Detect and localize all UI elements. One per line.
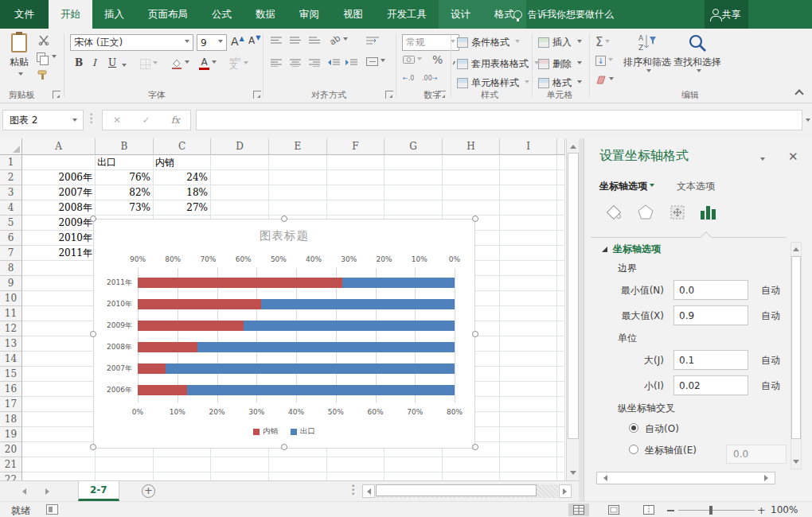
ribbon-tab-文件[interactable]: 文件 <box>0 0 49 29</box>
radio-automatic[interactable] <box>629 423 638 433</box>
insert-function-button[interactable]: fx <box>171 115 180 126</box>
select-all-corner[interactable] <box>0 138 22 155</box>
ribbon-tab-数据[interactable]: 数据 <box>244 0 287 29</box>
row-header-10[interactable]: 10 <box>0 291 22 306</box>
delete-cells-button[interactable]: 删除 <box>538 57 582 71</box>
column-header-H[interactable]: H <box>443 138 500 155</box>
row-header-8[interactable]: 8 <box>0 261 22 276</box>
legend-item-内销[interactable]: 内销 <box>253 426 278 437</box>
row-header-20[interactable]: 20 <box>0 442 22 457</box>
row-header-19[interactable]: 19 <box>0 427 22 442</box>
underline-button[interactable]: U <box>108 57 116 68</box>
new-sheet-button[interactable]: + <box>142 484 155 498</box>
font-color-button[interactable]: A <box>199 56 217 70</box>
row-header-12[interactable]: 12 <box>0 321 22 336</box>
zoom-slider-track[interactable] <box>678 510 755 511</box>
underline-dropdown-icon[interactable] <box>122 64 127 69</box>
sort-filter-button[interactable]: AZ 排序和筛选 <box>627 33 667 75</box>
cancel-formula-icon[interactable]: ✕ <box>113 115 121 126</box>
enter-formula-icon[interactable]: ✓ <box>142 115 150 126</box>
bar-domestic-2008年[interactable] <box>138 342 197 352</box>
effects-category-icon[interactable] <box>634 199 658 226</box>
format-cells-button[interactable]: 格式 <box>538 76 582 90</box>
grow-font-button[interactable]: A▲ <box>231 35 244 48</box>
expand-formula-bar-icon[interactable] <box>806 119 810 124</box>
name-box[interactable]: 图表 2 <box>2 110 84 130</box>
axis-value-input[interactable] <box>726 445 787 464</box>
share-button[interactable]: 共享 <box>705 0 748 29</box>
zoom-out-button[interactable] <box>667 510 674 511</box>
row-header-17[interactable]: 17 <box>0 397 22 412</box>
axis-bottom-label[interactable]: 70% <box>402 407 427 417</box>
horizontal-scroll-thumb[interactable] <box>376 484 537 496</box>
axis-options-category-icon[interactable] <box>696 199 720 226</box>
fill-button[interactable]: ↓ <box>595 56 613 66</box>
formula-bar-drag-handle[interactable]: ••• <box>89 113 92 127</box>
category-label-2009年[interactable]: 2009年 <box>94 321 132 330</box>
accounting-format-button[interactable] <box>403 55 422 64</box>
axis-bottom-label[interactable]: 30% <box>244 407 269 417</box>
bold-button[interactable]: B <box>75 57 83 68</box>
field-input-大(J)[interactable] <box>673 350 748 370</box>
horizontal-scrollbar[interactable] <box>376 484 558 498</box>
h-scroll-right-button[interactable] <box>559 484 572 498</box>
chart-handle-bottom-left[interactable] <box>90 444 96 450</box>
grid-cell-A5[interactable]: 2009年 <box>24 216 92 231</box>
chart-handle-bottom-right[interactable] <box>472 444 478 450</box>
grid-cell-B3[interactable]: 82% <box>97 185 150 200</box>
row-header-7[interactable]: 7 <box>0 246 22 261</box>
pane-close-icon[interactable]: ✕ <box>788 150 798 164</box>
row-header-9[interactable]: 9 <box>0 276 22 291</box>
align-middle-button[interactable] <box>290 37 301 45</box>
axis-bottom-label[interactable]: 50% <box>323 407 349 417</box>
fill-color-button[interactable] <box>170 57 189 69</box>
macro-record-icon[interactable] <box>46 504 58 515</box>
ribbon-tab-插入[interactable]: 插入 <box>92 0 136 29</box>
axis-top-label[interactable]: 50% <box>266 255 291 264</box>
format-painter-button[interactable] <box>37 70 49 80</box>
h-scroll-left-button[interactable] <box>362 484 375 498</box>
grid-cell-B1[interactable]: 出口 <box>97 155 150 170</box>
bar-export-2011年[interactable] <box>342 278 455 288</box>
chart-object[interactable]: 图表标题 90%80%70%60%50%40%30%20%10%0%2011年2… <box>93 219 475 449</box>
row-header-6[interactable]: 6 <box>0 231 22 246</box>
axis-top-label[interactable]: 20% <box>372 255 397 264</box>
vertical-scroll-thumb[interactable] <box>568 153 579 439</box>
row-header-21[interactable]: 21 <box>0 457 22 472</box>
section-axis-options[interactable]: 坐标轴选项 <box>602 243 661 256</box>
pane-vertical-scrollbar[interactable] <box>791 242 802 469</box>
grid-cell-A7[interactable]: 2011年 <box>24 246 92 261</box>
row-header-13[interactable]: 13 <box>0 336 22 352</box>
chart-handle-middle-left[interactable] <box>90 331 96 337</box>
grid-cell-A2[interactable]: 2006年 <box>24 170 92 185</box>
align-top-button[interactable] <box>271 37 282 45</box>
italic-button[interactable]: I <box>92 57 96 68</box>
category-label-2011年[interactable]: 2011年 <box>94 278 132 287</box>
axis-bottom-label[interactable]: 20% <box>205 407 230 417</box>
page-break-preview-button[interactable] <box>638 503 659 516</box>
axis-bottom-label[interactable]: 60% <box>363 407 388 417</box>
borders-button[interactable] <box>140 59 158 69</box>
wrap-text-button[interactable] <box>366 37 379 45</box>
column-header-D[interactable]: D <box>211 138 269 155</box>
bar-export-2009年[interactable] <box>244 321 455 331</box>
auto-button[interactable]: 自动 <box>761 305 780 326</box>
align-right-button[interactable] <box>309 59 320 67</box>
vertical-scrollbar[interactable] <box>566 138 579 480</box>
field-input-小(I)[interactable] <box>673 375 748 395</box>
pane-options-dropdown-icon[interactable] <box>760 157 765 163</box>
clipboard-launcher[interactable] <box>53 91 61 99</box>
row-header-3[interactable]: 3 <box>0 185 22 200</box>
formula-input[interactable] <box>196 110 802 130</box>
conditional-formatting-button[interactable]: 条件格式 <box>457 36 520 49</box>
align-left-button[interactable] <box>271 59 282 67</box>
merge-center-button[interactable] <box>366 57 385 66</box>
chart-handle-bottom-middle[interactable] <box>281 444 287 450</box>
axis-top-label[interactable]: 40% <box>301 255 326 264</box>
grid-cell-B4[interactable]: 73% <box>97 200 150 216</box>
autosum-button[interactable]: Σ <box>595 35 610 49</box>
axis-top-label[interactable]: 10% <box>407 255 432 264</box>
column-header-E[interactable]: E <box>269 138 327 155</box>
align-center-button[interactable] <box>290 59 301 67</box>
normal-view-button[interactable] <box>568 503 589 516</box>
